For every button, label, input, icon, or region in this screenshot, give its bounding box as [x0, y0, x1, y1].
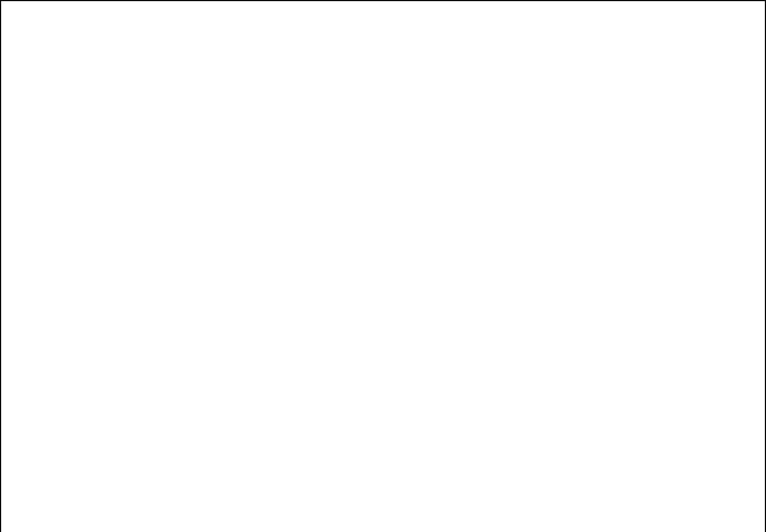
pedigree-chart [1, 1, 765, 532]
chart-container [1, 1, 765, 532]
